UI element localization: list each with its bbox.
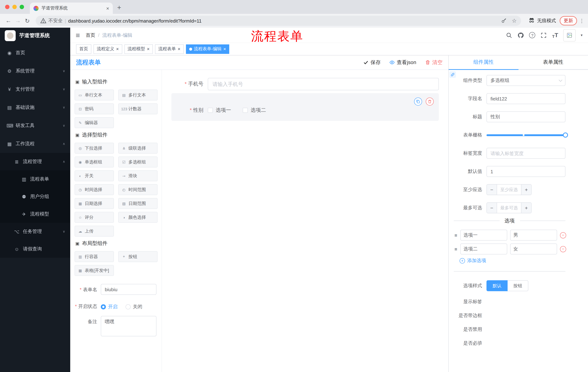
sidebar-item-workflow[interactable]: ▦ 工作流程 ∧ bbox=[0, 135, 70, 153]
component-date-range[interactable]: ▧日期范围 bbox=[118, 198, 158, 209]
sidebar-item-leave-query[interactable]: ☺ 请假查询 bbox=[0, 240, 70, 258]
component-type-select[interactable] bbox=[486, 75, 566, 86]
component-single-line-text[interactable]: ▭单行文本 bbox=[74, 90, 114, 100]
component-button[interactable]: ⌖按钮 bbox=[118, 251, 158, 262]
browser-tab[interactable]: 芋道管理系统 × bbox=[30, 2, 113, 14]
tab-component-properties[interactable]: 组件属性 bbox=[449, 55, 518, 69]
drag-handle-icon[interactable]: ≡ bbox=[454, 246, 457, 252]
search-icon[interactable] bbox=[506, 32, 513, 38]
slider-handle[interactable] bbox=[563, 132, 568, 138]
default-value-input[interactable] bbox=[486, 166, 566, 177]
minus-icon[interactable]: − bbox=[487, 185, 497, 195]
component-multi-line-text[interactable]: ▤多行文本 bbox=[118, 90, 158, 100]
option-2-value-input[interactable] bbox=[510, 244, 557, 255]
remove-option-icon[interactable]: − bbox=[560, 246, 566, 252]
component-color-picker[interactable]: ◑颜色选择 bbox=[118, 212, 158, 223]
zoom-window-button[interactable] bbox=[20, 5, 24, 9]
drag-handle-icon[interactable]: ≡ bbox=[454, 233, 457, 238]
form-name-input[interactable] bbox=[101, 284, 157, 295]
component-table[interactable]: ▦表格[开发中] bbox=[74, 265, 114, 276]
sidebar-item-process-form[interactable]: ▥ 流程表单 bbox=[0, 170, 70, 188]
canvas-field-gender-selected[interactable]: 性别 选项一 选项二 bbox=[171, 93, 439, 121]
style-default-button[interactable]: 默认 bbox=[486, 280, 508, 291]
close-icon[interactable]: × bbox=[147, 47, 149, 51]
plus-icon[interactable]: + bbox=[521, 203, 531, 213]
phone-field-input[interactable] bbox=[208, 78, 439, 90]
sidebar-item-user-group[interactable]: ⚉ 用户分组 bbox=[0, 188, 70, 205]
component-upload[interactable]: ☁上传 bbox=[74, 226, 114, 237]
link-icon[interactable] bbox=[449, 71, 456, 78]
forward-icon[interactable]: → bbox=[13, 18, 22, 24]
breadcrumb-home[interactable]: 首页 bbox=[86, 32, 95, 38]
remove-option-icon[interactable]: − bbox=[560, 232, 566, 238]
fullscreen-icon[interactable] bbox=[541, 32, 547, 38]
avatar[interactable] bbox=[563, 29, 576, 41]
back-icon[interactable]: ← bbox=[4, 18, 13, 24]
component-date-picker[interactable]: ▦日期选择 bbox=[74, 198, 114, 209]
delete-field-button[interactable] bbox=[426, 97, 434, 106]
copy-field-button[interactable] bbox=[414, 97, 422, 106]
form-remark-textarea[interactable]: 嘿嘿 bbox=[101, 316, 157, 336]
component-counter[interactable]: 123计数器 bbox=[118, 103, 158, 114]
sidebar-item-task-management[interactable]: ⌥ 任务管理 ∨ bbox=[0, 223, 70, 240]
component-rate[interactable]: ☆评分 bbox=[74, 212, 114, 223]
update-browser-button[interactable]: 更新 bbox=[560, 16, 577, 25]
close-icon[interactable]: × bbox=[178, 47, 180, 51]
option-1-label-input[interactable] bbox=[460, 230, 507, 241]
add-option-button[interactable]: + 添加选项 bbox=[449, 257, 588, 264]
help-icon[interactable]: ? bbox=[529, 32, 536, 38]
minimize-window-button[interactable] bbox=[12, 5, 17, 9]
minus-icon[interactable]: − bbox=[487, 203, 497, 213]
sidebar-item-system-management[interactable]: ⚙ 系统管理 ∨ bbox=[0, 62, 70, 80]
save-button[interactable]: 保存 bbox=[363, 59, 381, 66]
app-logo[interactable]: 芋道管理系统 bbox=[0, 28, 70, 44]
status-radio-off[interactable]: 关闭 bbox=[126, 304, 142, 310]
component-time-picker[interactable]: ◷时间选择 bbox=[74, 184, 114, 195]
component-radio-group[interactable]: ◉单选框组 bbox=[74, 157, 114, 167]
close-window-button[interactable] bbox=[5, 5, 10, 9]
sidebar-item-infrastructure[interactable]: ▤ 基础设施 ∨ bbox=[0, 98, 70, 117]
sidebar-item-devtools[interactable]: ⌨ 研发工具 ∨ bbox=[0, 117, 70, 135]
clear-button[interactable]: 清空 bbox=[425, 59, 442, 66]
plus-icon[interactable]: + bbox=[521, 185, 531, 195]
option-1-value-input[interactable] bbox=[510, 230, 557, 241]
sidebar-item-process-management[interactable]: ≣ 流程管理 ∧ bbox=[0, 153, 70, 170]
tag-process-form-edit[interactable]: 流程表单-编辑 × bbox=[186, 44, 230, 54]
title-input[interactable] bbox=[486, 111, 566, 122]
view-json-button[interactable]: 查看json bbox=[389, 59, 416, 66]
tag-process-definition[interactable]: 流程定义 × bbox=[94, 44, 122, 54]
password-key-icon[interactable] bbox=[501, 18, 507, 24]
github-icon[interactable] bbox=[518, 32, 524, 38]
sidebar-item-payment-management[interactable]: ¥ 支付管理 ∨ bbox=[0, 80, 70, 98]
component-time-range[interactable]: ◴时间范围 bbox=[118, 184, 158, 195]
gender-option-2-checkbox[interactable]: 选项二 bbox=[243, 107, 266, 114]
sidebar-item-home[interactable]: ◉ 首页 bbox=[0, 44, 70, 62]
component-password[interactable]: ⊡密码 bbox=[74, 103, 114, 114]
tab-close-icon[interactable]: × bbox=[106, 6, 109, 11]
address-bar[interactable]: 不安全 | dashboard.yudao.iocoder.cn/bpm/man… bbox=[36, 16, 521, 26]
font-size-icon[interactable]: TT bbox=[552, 32, 558, 38]
reload-icon[interactable]: ↻ bbox=[22, 17, 32, 24]
form-grid-slider[interactable] bbox=[486, 130, 566, 140]
bookmark-star-icon[interactable]: ☆ bbox=[512, 18, 517, 24]
tag-process-form[interactable]: 流程表单 × bbox=[155, 44, 184, 54]
component-row-container[interactable]: ▥行容器 bbox=[74, 251, 114, 262]
close-icon[interactable]: × bbox=[116, 47, 119, 51]
component-checkbox-group[interactable]: ☑多选框组 bbox=[118, 157, 158, 167]
component-switch[interactable]: ◐开关 bbox=[74, 170, 114, 181]
close-icon[interactable]: × bbox=[223, 47, 226, 51]
component-select[interactable]: ◎下拉选择 bbox=[74, 143, 114, 154]
option-2-label-input[interactable] bbox=[460, 244, 507, 255]
field-name-input[interactable] bbox=[486, 93, 566, 104]
form-canvas[interactable]: 手机号 bbox=[162, 70, 448, 372]
gender-option-1-checkbox[interactable]: 选项一 bbox=[208, 107, 231, 114]
component-cascader[interactable]: ⋔级联选择 bbox=[118, 143, 158, 154]
new-tab-button[interactable]: + bbox=[117, 4, 121, 12]
canvas-field-phone[interactable]: 手机号 bbox=[171, 78, 439, 90]
tab-form-properties[interactable]: 表单属性 bbox=[518, 55, 588, 69]
style-button-button[interactable]: 按钮 bbox=[508, 280, 528, 291]
avatar-caret-icon[interactable]: ▾ bbox=[581, 33, 583, 37]
tag-process-model[interactable]: 流程模型 × bbox=[124, 44, 153, 54]
browser-menu-kebab-icon[interactable]: ⋮ bbox=[579, 18, 584, 24]
component-slider[interactable]: ⊸滑块 bbox=[118, 170, 158, 181]
